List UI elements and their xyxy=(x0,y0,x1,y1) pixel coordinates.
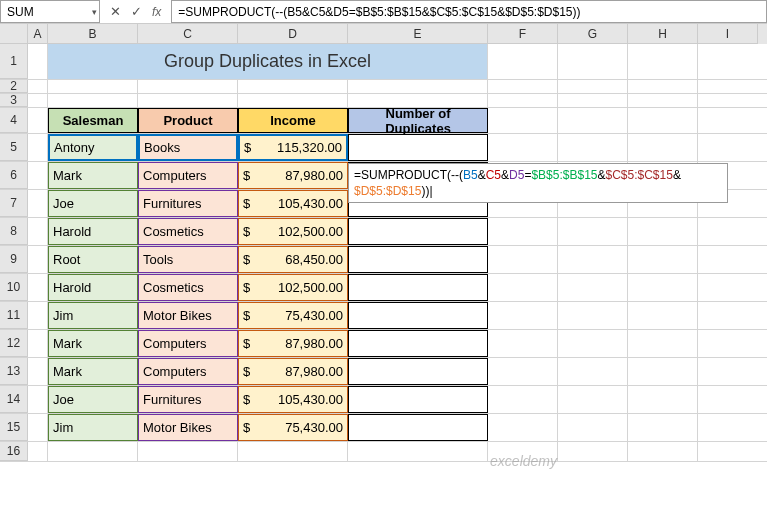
cell-product[interactable]: Computers xyxy=(138,162,238,189)
name-box-dropdown-icon[interactable]: ▾ xyxy=(92,7,97,17)
cell[interactable] xyxy=(28,414,48,441)
col-header-I[interactable]: I xyxy=(698,24,758,44)
cell[interactable] xyxy=(558,44,628,79)
cell[interactable] xyxy=(348,80,488,93)
cell-product[interactable]: Computers xyxy=(138,330,238,357)
cell[interactable] xyxy=(488,80,558,93)
cell-income[interactable]: $105,430.00 xyxy=(238,190,348,217)
col-header-B[interactable]: B xyxy=(48,24,138,44)
row-header[interactable]: 14 xyxy=(0,386,28,413)
row-header[interactable]: 2 xyxy=(0,80,28,93)
cell-product[interactable]: Furnitures xyxy=(138,386,238,413)
cell-duplicates[interactable] xyxy=(348,330,488,357)
cell[interactable] xyxy=(28,44,48,79)
cell-income[interactable]: $68,450.00 xyxy=(238,246,348,273)
cell[interactable] xyxy=(28,386,48,413)
cell[interactable] xyxy=(488,44,558,79)
row-header[interactable]: 7 xyxy=(0,190,28,217)
cell[interactable] xyxy=(628,274,698,301)
cell-product[interactable]: Motor Bikes xyxy=(138,414,238,441)
cell[interactable] xyxy=(558,108,628,133)
row-header[interactable]: 6 xyxy=(0,162,28,189)
col-header-C[interactable]: C xyxy=(138,24,238,44)
cell-product[interactable]: Books xyxy=(138,134,238,161)
row-header[interactable]: 10 xyxy=(0,274,28,301)
cell[interactable] xyxy=(238,94,348,107)
cell[interactable] xyxy=(558,330,628,357)
cell[interactable] xyxy=(488,108,558,133)
cell[interactable] xyxy=(28,108,48,133)
cell[interactable] xyxy=(558,218,628,245)
cell-salesman[interactable]: Mark xyxy=(48,330,138,357)
cancel-icon[interactable]: ✕ xyxy=(110,4,121,19)
cell[interactable] xyxy=(558,358,628,385)
cell[interactable] xyxy=(628,442,698,461)
cell[interactable] xyxy=(28,218,48,245)
cell[interactable] xyxy=(348,442,488,461)
cell[interactable] xyxy=(138,80,238,93)
cell-salesman[interactable]: Mark xyxy=(48,358,138,385)
cell-income[interactable]: $75,430.00 xyxy=(238,414,348,441)
cell[interactable] xyxy=(28,190,48,217)
cell[interactable] xyxy=(28,94,48,107)
cell[interactable] xyxy=(28,274,48,301)
cell[interactable] xyxy=(488,302,558,329)
cell-product[interactable]: Cosmetics xyxy=(138,218,238,245)
cell-income[interactable]: $75,430.00 xyxy=(238,302,348,329)
cell[interactable] xyxy=(628,414,698,441)
cell-income[interactable]: $102,500.00 xyxy=(238,274,348,301)
cell[interactable] xyxy=(628,246,698,273)
cell[interactable] xyxy=(28,246,48,273)
formula-edit-overlay[interactable]: =SUMPRODUCT(--(B5&C5&D5=$B$5:$B$15&$C$5:… xyxy=(348,163,728,203)
cell[interactable] xyxy=(488,94,558,107)
row-header[interactable]: 4 xyxy=(0,108,28,133)
cell-income[interactable]: $87,980.00 xyxy=(238,330,348,357)
row-header[interactable]: 11 xyxy=(0,302,28,329)
cell[interactable] xyxy=(28,80,48,93)
row-header[interactable]: 12 xyxy=(0,330,28,357)
header-salesman[interactable]: Salesman xyxy=(48,108,138,133)
cell-salesman[interactable]: Joe xyxy=(48,386,138,413)
cell[interactable] xyxy=(488,134,558,161)
col-header-E[interactable]: E xyxy=(348,24,488,44)
cell[interactable] xyxy=(628,108,698,133)
col-header-F[interactable]: F xyxy=(488,24,558,44)
row-header[interactable]: 16 xyxy=(0,442,28,461)
cell-product[interactable]: Furnitures xyxy=(138,190,238,217)
cell[interactable] xyxy=(488,358,558,385)
cell[interactable] xyxy=(558,80,628,93)
cell[interactable] xyxy=(28,162,48,189)
cell[interactable] xyxy=(558,246,628,273)
cell[interactable] xyxy=(48,442,138,461)
cell[interactable] xyxy=(138,94,238,107)
cell-duplicates[interactable] xyxy=(348,414,488,441)
cell-salesman[interactable]: Jim xyxy=(48,302,138,329)
cell-duplicates[interactable] xyxy=(348,218,488,245)
col-header-H[interactable]: H xyxy=(628,24,698,44)
cell[interactable] xyxy=(48,94,138,107)
col-header-D[interactable]: D xyxy=(238,24,348,44)
cell[interactable] xyxy=(488,246,558,273)
col-header-G[interactable]: G xyxy=(558,24,628,44)
cell[interactable] xyxy=(28,358,48,385)
cell[interactable] xyxy=(628,134,698,161)
cell[interactable] xyxy=(558,274,628,301)
cell-duplicates[interactable] xyxy=(348,386,488,413)
cell[interactable] xyxy=(628,80,698,93)
cell-product[interactable]: Motor Bikes xyxy=(138,302,238,329)
cell-duplicates[interactable] xyxy=(348,358,488,385)
row-header[interactable]: 3 xyxy=(0,94,28,107)
cell-salesman[interactable]: Root xyxy=(48,246,138,273)
cell[interactable] xyxy=(488,330,558,357)
cell-salesman[interactable]: Antony xyxy=(48,134,138,161)
cell[interactable] xyxy=(558,386,628,413)
header-duplicates[interactable]: Number of Duplicates xyxy=(348,108,488,133)
select-all-corner[interactable] xyxy=(0,24,28,44)
name-box[interactable]: SUM ▾ xyxy=(0,0,100,23)
cell[interactable] xyxy=(558,442,628,461)
cell[interactable] xyxy=(48,80,138,93)
cell-income[interactable]: $105,430.00 xyxy=(238,386,348,413)
row-header[interactable]: 5 xyxy=(0,134,28,161)
cell[interactable] xyxy=(28,442,48,461)
cell-product[interactable]: Cosmetics xyxy=(138,274,238,301)
